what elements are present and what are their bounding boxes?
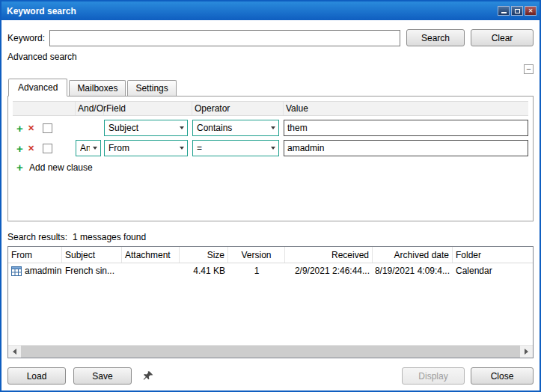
results-header: From Subject Attachment Size Version Rec… bbox=[8, 247, 533, 263]
scroll-right-icon bbox=[525, 349, 528, 355]
operator-dropdown[interactable]: Contains bbox=[192, 120, 279, 136]
value-cell bbox=[284, 140, 528, 156]
pin-button[interactable] bbox=[142, 370, 154, 382]
cell-version: 1 bbox=[228, 266, 285, 276]
operator-cell: Contains bbox=[192, 120, 284, 136]
tab-strip: Advanced Mailboxes Settings bbox=[7, 79, 534, 96]
collapse-icon: − bbox=[526, 65, 531, 73]
cell-received: 2/9/2021 2:46:44... bbox=[285, 266, 373, 276]
chevron-down-icon bbox=[271, 147, 275, 150]
pin-icon bbox=[142, 370, 154, 382]
header-operator: Operator bbox=[192, 102, 284, 115]
clause-grid-header: And/Or Field Operator Value bbox=[13, 101, 528, 116]
footer-bar: Load Save Display Close bbox=[7, 367, 534, 385]
close-button[interactable]: Close bbox=[471, 367, 534, 385]
advanced-search-link[interactable]: Advanced search bbox=[7, 52, 534, 63]
remove-clause-icon[interactable]: ✕ bbox=[25, 124, 37, 132]
clause-value-input[interactable] bbox=[284, 140, 528, 156]
save-button[interactable]: Save bbox=[73, 367, 132, 385]
collapse-row: − bbox=[7, 64, 534, 74]
minimize-icon bbox=[501, 12, 507, 13]
andor-dropdown[interactable]: And bbox=[76, 140, 101, 156]
maximize-icon bbox=[515, 9, 520, 13]
maximize-button[interactable] bbox=[511, 6, 523, 16]
column-header-from[interactable]: From bbox=[8, 247, 62, 263]
tab-advanced[interactable]: Advanced bbox=[8, 79, 67, 97]
chevron-down-icon bbox=[271, 126, 275, 129]
table-row[interactable]: amadmin French sin... 4.41 KB 1 2/9/2021… bbox=[8, 263, 533, 278]
column-header-version[interactable]: Version bbox=[228, 247, 285, 263]
scrollbar-thumb[interactable] bbox=[21, 346, 520, 358]
cell-from: amadmin bbox=[8, 266, 62, 276]
clause-row: + ✕ Subject Contains bbox=[13, 120, 528, 136]
cell-subject: French sin... bbox=[62, 266, 122, 276]
message-type-icon bbox=[11, 266, 22, 276]
andor-cell: And bbox=[76, 140, 104, 156]
tab-mailboxes[interactable]: Mailboxes bbox=[69, 80, 126, 96]
search-button[interactable]: Search bbox=[406, 29, 465, 46]
header-tools bbox=[13, 102, 76, 115]
chevron-down-icon bbox=[93, 147, 97, 150]
column-header-folder[interactable]: Folder bbox=[453, 247, 533, 263]
advanced-tab-panel: And/Or Field Operator Value + ✕ Subject bbox=[7, 96, 534, 221]
clause-tools: + ✕ bbox=[13, 143, 76, 154]
keyword-row: Keyword: Search Clear bbox=[7, 29, 534, 46]
add-new-clause-label: Add new clause bbox=[29, 162, 93, 173]
header-andor: And/Or bbox=[76, 102, 104, 115]
titlebar: Keyword search ✕ bbox=[1, 1, 540, 20]
field-cell: From bbox=[104, 140, 192, 156]
operator-value: Contains bbox=[197, 123, 268, 133]
load-button[interactable]: Load bbox=[7, 367, 66, 385]
remove-clause-icon[interactable]: ✕ bbox=[25, 144, 37, 153]
chevron-down-icon bbox=[180, 147, 184, 150]
add-new-clause-button[interactable]: + Add new clause bbox=[13, 162, 528, 173]
cell-archived-date: 8/19/2021 4:09:4... bbox=[373, 266, 453, 276]
close-window-button[interactable]: ✕ bbox=[525, 6, 537, 16]
field-value: Subject bbox=[108, 123, 177, 133]
header-field: Field bbox=[104, 102, 192, 115]
value-cell bbox=[284, 120, 528, 136]
column-header-archived-date[interactable]: Archived date bbox=[373, 247, 453, 263]
collapse-section-button[interactable]: − bbox=[524, 64, 534, 74]
scroll-right-button[interactable] bbox=[520, 346, 533, 358]
display-button[interactable]: Display bbox=[402, 367, 465, 385]
results-summary-count: 1 messages found bbox=[73, 232, 146, 243]
clause-value-input[interactable] bbox=[284, 120, 528, 136]
field-dropdown[interactable]: From bbox=[104, 140, 188, 156]
results-panel: From Subject Attachment Size Version Rec… bbox=[7, 246, 534, 358]
add-clause-icon[interactable]: + bbox=[14, 143, 25, 154]
clause-checkbox[interactable] bbox=[43, 123, 52, 133]
operator-cell: = bbox=[192, 140, 284, 156]
add-clause-icon[interactable]: + bbox=[14, 123, 25, 134]
field-dropdown[interactable]: Subject bbox=[104, 120, 188, 136]
dialog-content: Keyword: Search Clear Advanced search − … bbox=[1, 20, 540, 391]
minimize-button[interactable] bbox=[498, 6, 510, 16]
clear-button[interactable]: Clear bbox=[471, 29, 534, 46]
column-header-received[interactable]: Received bbox=[285, 247, 373, 263]
andor-value: And bbox=[80, 143, 90, 153]
results-summary: Search results: 1 messages found bbox=[7, 232, 534, 243]
clause-tools: + ✕ bbox=[13, 123, 76, 134]
clause-row: + ✕ And From bbox=[13, 140, 528, 156]
results-summary-label: Search results: bbox=[7, 232, 67, 243]
keyword-input[interactable] bbox=[49, 30, 400, 46]
keyword-search-window: Keyword search ✕ Keyword: Search Clear A… bbox=[0, 0, 541, 392]
column-header-attachment[interactable]: Attachment bbox=[122, 247, 180, 263]
scroll-left-button[interactable] bbox=[8, 346, 21, 358]
add-clause-icon: + bbox=[14, 162, 25, 173]
clause-checkbox[interactable] bbox=[43, 144, 52, 153]
scroll-left-icon bbox=[13, 349, 16, 355]
chevron-down-icon bbox=[180, 126, 184, 129]
cell-size: 4.41 KB bbox=[180, 266, 228, 276]
keyword-label: Keyword: bbox=[7, 33, 49, 43]
close-icon: ✕ bbox=[528, 8, 534, 14]
tab-settings[interactable]: Settings bbox=[127, 80, 176, 96]
window-title: Keyword search bbox=[7, 6, 496, 16]
column-header-size[interactable]: Size bbox=[180, 247, 228, 263]
horizontal-scrollbar[interactable] bbox=[8, 345, 533, 358]
header-value: Value bbox=[284, 102, 528, 115]
field-cell: Subject bbox=[104, 120, 192, 136]
column-header-subject[interactable]: Subject bbox=[62, 247, 122, 263]
operator-dropdown[interactable]: = bbox=[192, 140, 279, 156]
field-value: From bbox=[108, 143, 177, 153]
